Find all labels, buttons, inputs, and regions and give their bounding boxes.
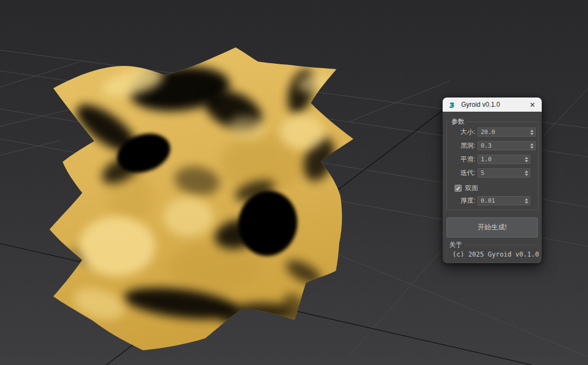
spinner-up-icon[interactable] xyxy=(530,130,534,132)
blackhole-spinner[interactable]: 0.3 xyxy=(477,141,536,150)
spinner-up-icon[interactable] xyxy=(530,143,534,145)
params-group: 参数 大小: 20.0 黑洞: 0.3 xyxy=(446,117,538,210)
blackhole-value[interactable]: 0.3 xyxy=(478,142,528,150)
thickness-spinner[interactable]: 0.01 xyxy=(477,196,530,205)
size-row: 大小: 20.0 xyxy=(449,127,536,137)
gyroid-dialog: 3 Gyroid v0.1.0 ✕ 参数 大小: 20.0 黑洞: 0.3 xyxy=(443,98,542,263)
iterations-row: 迭代: 5 xyxy=(449,168,536,178)
size-value[interactable]: 20.0 xyxy=(478,128,528,136)
smooth-value[interactable]: 1.0 xyxy=(478,155,523,163)
params-group-label: 参数 xyxy=(449,117,467,126)
blackhole-label: 黑洞: xyxy=(449,141,475,150)
spinner-down-icon[interactable] xyxy=(525,202,528,204)
close-icon[interactable]: ✕ xyxy=(528,101,537,109)
spinner-arrows[interactable] xyxy=(528,130,535,135)
blackhole-row: 黑洞: 0.3 xyxy=(449,141,536,150)
doublesided-label: 双面 xyxy=(465,184,478,193)
dialog-titlebar[interactable]: 3 Gyroid v0.1.0 ✕ xyxy=(443,98,542,112)
about-copyright-text: (c) 2025 Gyroid v0.1.0 xyxy=(452,251,539,258)
dialog-title: Gyroid v0.1.0 xyxy=(461,101,528,108)
dialog-body: 参数 大小: 20.0 黑洞: 0.3 xyxy=(443,117,542,263)
about-group: 关于 (c) 2025 Gyroid v0.1.0 xyxy=(446,240,540,263)
3dsmax-app-icon: 3 xyxy=(448,101,456,109)
size-label: 大小: xyxy=(449,127,475,137)
iterations-spinner[interactable]: 5 xyxy=(477,168,530,178)
thickness-value[interactable]: 0.01 xyxy=(478,197,523,205)
thickness-row: 厚度: 0.01 xyxy=(449,196,536,205)
smooth-label: 平滑: xyxy=(449,155,475,164)
spinner-up-icon[interactable] xyxy=(525,171,528,173)
smooth-spinner[interactable]: 1.0 xyxy=(477,155,530,164)
size-spinner[interactable]: 20.0 xyxy=(477,127,536,137)
spinner-down-icon[interactable] xyxy=(525,174,528,176)
smooth-row: 平滑: 1.0 xyxy=(449,155,536,164)
spinner-down-icon[interactable] xyxy=(525,160,528,162)
doublesided-checkbox[interactable]: ✓ xyxy=(455,185,462,192)
iterations-value[interactable]: 5 xyxy=(478,169,523,177)
about-group-label: 关于 xyxy=(447,240,464,250)
spinner-up-icon[interactable] xyxy=(525,198,528,200)
gyroid-surface[interactable] xyxy=(50,47,353,350)
spinner-arrows[interactable] xyxy=(523,171,530,176)
spinner-down-icon[interactable] xyxy=(530,147,534,149)
doublesided-row: ✓ 双面 xyxy=(455,184,536,192)
thickness-label: 厚度: xyxy=(449,196,475,205)
spinner-arrows[interactable] xyxy=(523,198,530,204)
spinner-arrows[interactable] xyxy=(528,143,535,149)
spinner-arrows[interactable] xyxy=(523,157,530,162)
spinner-down-icon[interactable] xyxy=(530,133,534,135)
generate-button[interactable]: 开始生成! xyxy=(446,217,538,238)
spinner-up-icon[interactable] xyxy=(525,157,528,159)
iterations-label: 迭代: xyxy=(449,168,475,178)
